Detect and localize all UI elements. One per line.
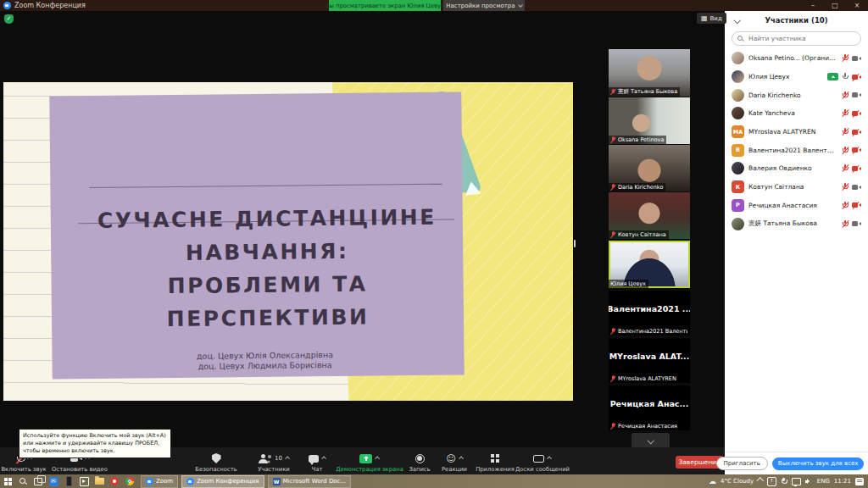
participant-row[interactable]: Daria Kirichenko [725,86,868,104]
participant-name: Речицкая Анастасия [748,202,837,209]
participant-row[interactable]: Р Речицкая Анастасия [725,197,868,215]
camera-icon [852,220,861,227]
participant-name-label: Ковтун Свiтлана [618,231,666,238]
clock[interactable]: 11:21 [834,478,851,485]
participant-row[interactable]: MA MYroslava ALATYREN [725,123,868,141]
participant-name: MYroslava ALATYREN [748,128,837,136]
task-label: Zoom [156,478,173,485]
sync-tray-icon[interactable]: ↑ [767,477,776,486]
maximize-button[interactable]: □ [824,0,846,11]
taskbar-task-zoom[interactable]: Zoom [141,475,178,488]
close-button[interactable]: × [846,0,868,11]
task-label: Zoom Конференция [197,478,259,485]
record-button[interactable]: Запись [405,452,434,473]
mail-icon: ✉ [49,477,58,486]
participants-button[interactable]: 10 Участники [248,452,300,473]
weather-cloud-icon[interactable]: ☁ [709,478,716,485]
reactions-label: Реакции [442,466,467,473]
chrome-icon [125,477,134,485]
participants-count-badge: 10 [275,455,282,462]
chat-button[interactable]: Чат [302,452,332,473]
language-indicator[interactable]: ENG [817,478,830,485]
movies-icon [80,477,89,486]
taskbar-task-zoom-meeting[interactable]: Zoom Конференция [181,475,264,488]
notification-center-icon[interactable] [855,478,864,485]
chevron-up-icon[interactable] [376,456,381,461]
file-explorer-button[interactable] [92,474,107,488]
task-view-button[interactable] [31,474,46,488]
video-thumbnail[interactable]: Ковтун Свiтлана [609,192,690,239]
chevron-up-icon[interactable] [285,456,290,461]
participant-row[interactable]: Oksana Petino... (Организатор, я) [725,49,868,68]
participant-row[interactable]: В Валентина2021 Валентина Бари... [725,141,868,159]
participants-list: Oksana Petino... (Организатор, я) Юлия Ц… [725,49,868,452]
chevron-up-icon[interactable] [459,456,464,461]
network-tray-icon[interactable] [792,478,801,485]
camera-off-icon [852,74,861,80]
muted-mic-icon [842,147,849,154]
system-tray: ☁ 4°C Cloudy ↑ ENG 11:21 [709,477,868,486]
view-button[interactable]: ▦ Вид [697,13,726,24]
start-button[interactable] [0,474,15,488]
avatar [732,70,744,83]
participants-panel-header: Участники (10) [725,11,868,30]
mic-tray-icon[interactable] [781,478,787,485]
grid-icon: ▦ [701,15,708,22]
participant-name-label: Речицкая Анастасия [618,423,677,430]
participant-name: Валентина2021 Валентина Бари... [748,147,837,154]
movies-app-button[interactable] [76,474,92,488]
participant-row[interactable]: 憲妍 Татьяна Быкова [725,214,868,233]
zoom-app-icon [186,478,194,485]
volume-tray-icon[interactable] [805,478,813,485]
avatar [732,162,744,175]
participant-row[interactable]: Юлия Цевух [725,68,868,86]
panel-collapse-icon[interactable] [734,17,741,24]
participant-row[interactable]: Kate Yancheva [725,104,868,123]
name-tile-thumbnail[interactable]: Валентина2021 ... Валентина2021 Валенти.… [609,291,690,336]
name-tile-thumbnail[interactable]: Речицкая Анас... Речицкая Анастасия [609,385,690,430]
share-screen-button[interactable]: Демонстрация экрана [336,452,403,473]
folder-icon [95,478,104,485]
reactions-button[interactable]: ☺ Реакции [437,452,472,473]
participant-row[interactable]: Валерия Овдиенко [725,159,868,178]
video-thumbnail[interactable]: Daria Kirichenko [609,145,690,191]
view-settings-button[interactable]: Настройки просмотра [443,0,525,11]
thumbnail-strip-collapse-button[interactable] [632,433,670,448]
chrome-button[interactable] [122,474,137,488]
whiteboards-button[interactable]: Доски сообщений [517,452,568,473]
mute-all-button[interactable]: Выключить звук для всех [772,458,865,470]
phone-app-button[interactable] [61,474,76,488]
search-icon [19,478,26,485]
search-input[interactable] [747,34,855,43]
avatar-initials: К [732,180,744,193]
red-app-button[interactable] [107,474,122,488]
mail-app-button[interactable]: ✉ [46,474,61,488]
apps-label: Приложения [476,466,515,473]
mic-icon [842,73,849,80]
tray-overflow-chevron[interactable] [757,478,764,485]
taskbar-task-word[interactable]: WMicrosoft Word Doc... [268,475,352,488]
avatar [732,107,744,119]
weather-text[interactable]: 4°C Cloudy [721,478,754,485]
participant-name-label: Daria Kirichenko [618,184,663,191]
apps-button[interactable]: Приложения [473,452,517,473]
muted-mic-icon [610,423,616,430]
shared-screen: ! СУЧАСНЕ ДИСТАНЦІИНЕ НАВЧАННЯ: ПРОБЛЕМИ… [3,82,573,401]
video-thumbnail[interactable]: 憲妍 Татьяна Быкова [609,49,690,97]
participant-name: Kate Yancheva [748,109,837,117]
view-label: Вид [710,15,722,22]
name-tile-thumbnail[interactable]: MYroslava ALAT... MYroslava ALATYREN [609,338,690,383]
video-thumbnail[interactable]: Oksana Petinova [609,97,690,144]
chevron-up-icon[interactable] [548,456,553,461]
video-thumbnail-active-speaker[interactable]: Юлия Цевух [609,241,690,288]
security-button[interactable]: Безопасность [190,452,242,473]
invite-button[interactable]: Пригласить [716,457,768,470]
decorative-line [89,184,442,188]
slide-title-line: НАВЧАННЯ: [59,233,475,270]
scroll-indicator [574,240,576,247]
taskbar-search-button[interactable] [15,474,31,488]
minimize-button[interactable]: – [802,0,824,11]
participant-name: Oksana Petino... (Организатор, я) [748,54,837,62]
chevron-up-icon[interactable] [321,456,326,461]
participant-row[interactable]: К Ковтун Свiтлана [725,178,868,197]
